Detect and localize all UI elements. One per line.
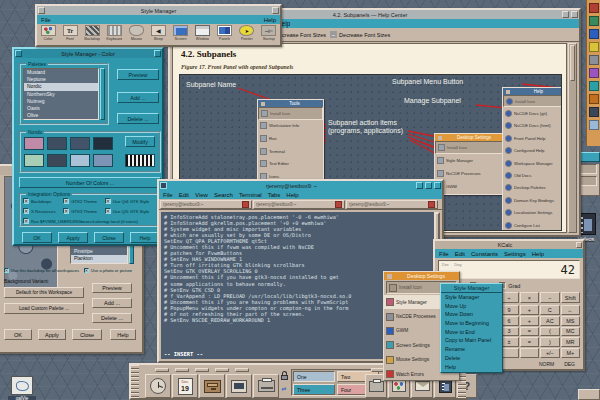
menu-item[interactable]: Edit — [179, 192, 189, 198]
color-help-button[interactable]: Help — [130, 232, 160, 243]
calc-key[interactable]: MC — [561, 327, 580, 337]
menu-item[interactable]: Edit — [455, 251, 465, 257]
backdrop-apply-button[interactable]: Apply — [38, 329, 66, 340]
minimize-button[interactable] — [272, 7, 279, 14]
subpanel-item[interactable]: Old Docs — [503, 169, 562, 181]
subpanel-item[interactable]: Workstation Info — [258, 120, 323, 133]
workspace-switch-mini-button[interactable]: ⇄ — [279, 384, 289, 395]
backdrop-ok-button[interactable]: OK — [4, 329, 32, 340]
terminal-launcher-button[interactable] — [226, 374, 252, 398]
minimized-window-box[interactable] — [578, 389, 600, 400]
subpanel-item[interactable]: Domain Key Bindings — [503, 194, 562, 206]
backdrop-add-button[interactable]: Add ... — [92, 298, 132, 308]
subpanel-item[interactable]: Install Icon — [503, 95, 562, 107]
workspace-button[interactable]: Three — [293, 384, 335, 395]
calc-key[interactable]: AC — [540, 316, 559, 326]
terminal-tab[interactable]: rjeremy@testbox9:~ — [346, 200, 438, 209]
style-module-button[interactable]: Window — [192, 25, 213, 41]
calculator-titlebar[interactable]: KCalc — [435, 241, 583, 249]
integration-checkbox[interactable]: Use Qt5 GTK Style — [105, 208, 157, 214]
color-swatch[interactable] — [24, 154, 44, 167]
maximize-button[interactable] — [425, 182, 432, 189]
backdrop-check-all[interactable]: Use this backdrop for all workspaces — [4, 268, 79, 273]
file-manager-button[interactable] — [199, 374, 225, 398]
integration-checkbox[interactable]: Use Qt4 GTK Style — [105, 198, 157, 204]
palette-list-item[interactable]: Olive — [24, 112, 98, 119]
menu-item[interactable]: Move to Beginning — [441, 319, 502, 328]
subpanel-item[interactable]: Install Icon — [435, 141, 505, 154]
calc-key[interactable]: − — [540, 292, 559, 303]
color-swatch[interactable] — [47, 154, 67, 167]
backdrop-list-item[interactable]: Plankton — [71, 255, 127, 263]
menu-item[interactable]: File — [439, 251, 449, 257]
calc-key[interactable]: +/− — [540, 348, 559, 358]
palette-list-item[interactable]: Nordic — [24, 83, 98, 90]
subpanel-item[interactable]: Text Editor — [258, 157, 323, 170]
calc-key[interactable]: MS — [561, 316, 580, 326]
subpanel-item[interactable]: NsCDE Docs (html) — [503, 120, 562, 132]
load-custom-palette-button[interactable]: Load Custom Palette ... — [4, 303, 84, 314]
tray-icon[interactable] — [589, 120, 599, 130]
palette-list-item[interactable]: NorthernSky — [24, 91, 98, 98]
calc-key[interactable]: ) — [540, 337, 559, 347]
menu-item[interactable]: Move Down — [441, 310, 502, 319]
clock-button[interactable] — [145, 374, 171, 398]
close-button[interactable] — [576, 242, 582, 248]
style-module-button[interactable]: Mouse — [126, 25, 147, 41]
menu-item[interactable]: Help — [441, 363, 502, 372]
subpanel-item[interactable]: NsCDE Processes — [435, 167, 505, 180]
color-swatch[interactable] — [70, 137, 90, 150]
terminal-tab[interactable]: rjeremy@testbox9:~ — [160, 200, 252, 209]
menu-item[interactable]: Copy to Main Panel — [441, 336, 502, 345]
calc-key[interactable]: + — [520, 305, 539, 315]
color-swatch[interactable] — [93, 137, 113, 150]
calendar-button[interactable]: Dec 19 — [172, 374, 198, 398]
menu-item[interactable]: Constants — [471, 251, 498, 257]
style-module-button[interactable]: Panels — [214, 25, 235, 41]
color-swatch[interactable] — [47, 137, 67, 150]
menu-item[interactable]: Move to End — [441, 328, 502, 337]
backdrop-help-button[interactable]: Help — [110, 329, 136, 340]
calc-key[interactable]: MR — [561, 337, 580, 347]
subpanel-item[interactable]: GWM — [435, 180, 505, 193]
color-close-button[interactable]: Close — [94, 232, 124, 243]
window-menu-button[interactable] — [38, 7, 45, 14]
menu-item[interactable]: Help — [286, 192, 298, 198]
menu-item[interactable]: Tabs — [268, 192, 281, 198]
subpanel-item[interactable]: Install Icon — [258, 107, 323, 120]
tray-icon[interactable] — [589, 29, 599, 39]
backdrop-check-photo[interactable]: Use a photo or picture — [84, 268, 132, 273]
subpanel-item[interactable]: Configured Help — [503, 145, 562, 157]
menu-item[interactable]: Terminal — [239, 192, 262, 198]
backdrop-close-button[interactable]: Close — [72, 329, 102, 340]
calc-key[interactable]: Shift — [561, 292, 580, 303]
menu-item[interactable]: Style Manager — [441, 293, 502, 302]
color-swatch[interactable] — [70, 154, 90, 167]
palette-list[interactable]: MustardNeptuneNordicNorthernSkyNutmegOas… — [23, 68, 99, 120]
subpanel-item[interactable]: Front Panel Help — [503, 132, 562, 144]
style-module-button[interactable]: ◀ Beep — [148, 25, 169, 41]
integration-checkbox[interactable]: Run $FVWM_USERDIR/libexec/colormgr.local… — [23, 218, 157, 224]
subpanel-item[interactable]: Terminal — [258, 145, 323, 158]
maximize-button[interactable] — [571, 11, 578, 18]
terminal-tab[interactable]: rjeremy@testbox9:~ — [253, 200, 345, 209]
menu-help[interactable]: Help — [264, 17, 276, 23]
integration-checkbox[interactable]: GTK3 Theme — [63, 208, 105, 214]
style-module-button[interactable]: ➤ Pointer — [236, 25, 257, 41]
subpanel-titlebar[interactable]: Desktop Settings — [384, 272, 459, 280]
lock-mini-button[interactable] — [279, 371, 289, 382]
menu-item[interactable]: Rename — [441, 345, 502, 354]
color-swatch[interactable] — [93, 154, 113, 167]
preview-button[interactable]: Preview — [117, 69, 159, 80]
integration-checkbox[interactable]: GTK2 Theme — [63, 198, 105, 204]
calc-key[interactable] — [520, 348, 539, 358]
subpanel-item[interactable]: Workspace Manager — [503, 157, 562, 169]
subpanel-tab[interactable] — [215, 368, 229, 372]
calc-key[interactable]: × — [520, 292, 539, 303]
subpanel-item[interactable]: Style Manager — [435, 154, 505, 167]
palette-scrollbar[interactable] — [100, 68, 105, 120]
palette-list-item[interactable]: Oasis — [24, 105, 98, 112]
style-module-button[interactable]: Color — [38, 25, 59, 41]
subpanel-tab[interactable] — [175, 368, 189, 372]
style-manager-titlebar[interactable]: Style Manager — [37, 6, 280, 15]
